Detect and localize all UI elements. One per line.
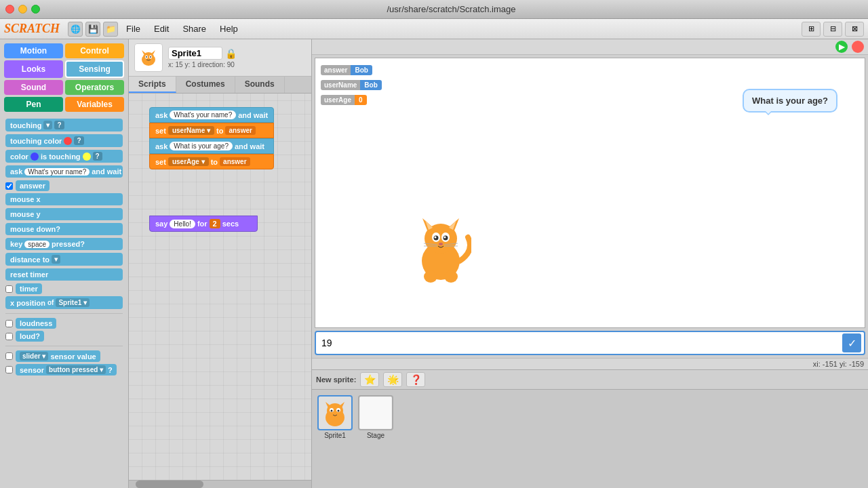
cat-thumbnail-svg [136, 45, 161, 70]
category-looks[interactable]: Looks [4, 60, 63, 78]
close-button[interactable] [5, 5, 14, 14]
answer-checkbox[interactable] [5, 182, 13, 190]
normal-stage-btn[interactable]: ⊟ [823, 22, 842, 37]
sprite-item-stage[interactable]: Stage [358, 395, 393, 483]
stop-button[interactable] [852, 41, 864, 53]
block-sensor[interactable]: sensor button pressed ▾ ? [16, 364, 117, 375]
file-menu[interactable]: File [121, 22, 146, 35]
svg-point-34 [338, 410, 340, 412]
category-variables[interactable]: Variables [65, 97, 124, 112]
block-timer-checkbox: timer [5, 283, 123, 294]
titlebar: /usr/share/scratch/Scratch.image [0, 0, 868, 19]
sb-set-userage[interactable]: set userAge ▾ to answer [149, 154, 274, 169]
block-categories: Motion Control Looks Sensing Sound Opera… [0, 39, 128, 116]
svg-point-33 [331, 410, 333, 412]
loud-checkbox[interactable] [5, 333, 13, 340]
menubar: SCRATCH 🌐 💾 📁 File Edit Share Help ⊞ ⊟ ⊠ [0, 19, 868, 39]
sprite-thumbnail [134, 43, 163, 72]
help-menu[interactable]: Help [214, 22, 243, 35]
script-stack-1: ask What's your name? and wait set userN… [149, 107, 274, 169]
block-loudness-checkbox: loudness [5, 318, 123, 329]
scroll-thumb[interactable] [136, 481, 203, 488]
sprite-info: 🔒 x: 15 y: 1 direction: 90 [168, 47, 306, 68]
sprite-bar: 🔒 x: 15 y: 1 direction: 90 [129, 39, 311, 77]
stage-area: answer Bob userName Bob userAge 0 What i… [315, 58, 865, 328]
scripts-area[interactable]: ask What's your name? and wait set userN… [129, 94, 311, 480]
folder-icon[interactable]: 📁 [103, 22, 118, 37]
timer-checkbox[interactable] [5, 285, 13, 293]
block-x-position-of[interactable]: x position of Sprite1 ▾ [5, 296, 123, 309]
block-ask[interactable]: ask What's your name? and wait [5, 165, 123, 178]
separator1 [5, 313, 123, 314]
slider-checkbox[interactable] [5, 352, 13, 360]
block-mouse-down[interactable]: mouse down? [5, 223, 123, 235]
block-timer[interactable]: timer [16, 283, 42, 294]
lock-icon[interactable]: 🔒 [225, 48, 237, 59]
block-color-touching[interactable]: color is touching ? [5, 150, 123, 163]
block-slider[interactable]: slider ▾ sensor value [16, 350, 100, 362]
block-reset-timer[interactable]: reset timer [5, 268, 123, 281]
globe-icon[interactable]: 🌐 [68, 22, 83, 37]
sb-say-hello[interactable]: say Hello! for 2 secs [149, 216, 258, 232]
svg-rect-35 [360, 397, 391, 428]
window-title: /usr/share/scratch/Scratch.image [40, 4, 863, 14]
stage-label: Stage [367, 432, 384, 439]
stage-size-controls: ⊞ ⊟ ⊠ [802, 22, 864, 37]
small-stage-btn[interactable]: ⊞ [802, 22, 821, 37]
maximize-button[interactable] [31, 5, 40, 14]
color-swatch3 [83, 152, 91, 161]
sb-ask-name[interactable]: ask What's your name? and wait [149, 107, 274, 123]
tab-costumes[interactable]: Costumes [176, 77, 235, 93]
stage-controls: ▶ [312, 39, 868, 55]
blocks-panel: Motion Control Looks Sensing Sound Opera… [0, 39, 129, 488]
tab-sounds[interactable]: Sounds [235, 77, 285, 93]
category-operators[interactable]: Operators [65, 80, 124, 95]
svg-point-19 [444, 237, 446, 239]
block-distance-to[interactable]: distance to ▾ [5, 253, 123, 266]
sb-set-username[interactable]: set userName ▾ to answer [149, 123, 274, 138]
block-sensor-checkbox: sensor button pressed ▾ ? [5, 364, 123, 375]
block-mouse-y[interactable]: mouse y [5, 208, 123, 220]
sprite-icon-svg [319, 397, 351, 428]
var-username: userName Bob [321, 80, 382, 90]
scripts-scrollbar[interactable] [129, 480, 311, 488]
new-sprite-paint-btn[interactable]: ⭐ [360, 372, 379, 387]
block-key-pressed[interactable]: key space pressed? [5, 238, 123, 250]
tab-scripts[interactable]: Scripts [129, 77, 176, 93]
category-sensing[interactable]: Sensing [65, 60, 124, 78]
new-sprite-surprise-btn[interactable]: 🌟 [383, 372, 402, 387]
minimize-button[interactable] [18, 5, 27, 14]
svg-point-18 [435, 237, 437, 239]
sprite-item-sprite1[interactable]: Sprite1 [317, 395, 353, 483]
category-sound[interactable]: Sound [4, 80, 63, 95]
block-mouse-x[interactable]: mouse x [5, 193, 123, 205]
loudness-checkbox[interactable] [5, 320, 13, 327]
traffic-lights [5, 5, 40, 14]
sensor-checkbox[interactable] [5, 366, 13, 373]
sb-ask-age[interactable]: ask What is your age? and wait [149, 138, 274, 154]
category-control[interactable]: Control [65, 43, 124, 58]
block-loud[interactable]: loud? [16, 331, 44, 342]
sprite-list: Sprite1 Stage [312, 390, 868, 488]
block-touching-color[interactable]: touching color ? [5, 134, 123, 147]
block-loudness[interactable]: loudness [16, 318, 56, 329]
share-menu[interactable]: Share [177, 22, 212, 35]
save-icon[interactable]: 💾 [85, 22, 100, 37]
new-sprite-file-btn[interactable]: ❓ [406, 372, 425, 387]
answer-input[interactable] [319, 336, 842, 350]
large-stage-btn[interactable]: ⊠ [845, 22, 864, 37]
category-motion[interactable]: Motion [4, 43, 63, 58]
edit-menu[interactable]: Edit [149, 22, 174, 35]
speech-bubble: What is your age? [743, 89, 837, 113]
answer-check-button[interactable]: ✓ [842, 333, 861, 352]
sprite1-label: Sprite1 [324, 432, 346, 439]
var-userage: userAge 0 [321, 95, 367, 105]
green-flag-button[interactable]: ▶ [835, 41, 848, 53]
block-answer[interactable]: answer [16, 180, 50, 191]
sprite-icon-stage [358, 395, 393, 430]
separator2 [5, 346, 123, 346]
category-pen[interactable]: Pen [4, 97, 63, 112]
block-touching[interactable]: touching ▾ ? [5, 119, 123, 131]
color-swatch [64, 137, 72, 145]
sprite-name-input[interactable] [168, 47, 222, 60]
